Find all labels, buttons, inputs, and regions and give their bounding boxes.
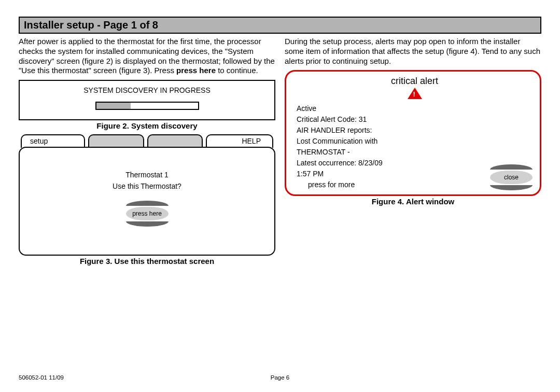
use-this-thermostat-screen: Thermostat 1 Use this Thermostat? press … xyxy=(19,147,275,256)
figure-4-caption: Figure 4. Alert window xyxy=(285,197,541,206)
press-here-button[interactable]: press here xyxy=(126,201,169,227)
critical-alert-window: critical alert Active Critical Alert Cod… xyxy=(285,70,541,196)
intro-paragraph-left: After power is applied to the thermostat… xyxy=(19,37,275,76)
close-button-label: close xyxy=(490,171,533,184)
page-title: Installer setup - Page 1 of 8 xyxy=(19,17,541,34)
figure-3-caption: Figure 3. Use this thermostat screen xyxy=(19,257,275,265)
footer-page-number: Page 6 xyxy=(19,374,541,381)
thermostat-name-label: Thermostat 1 xyxy=(20,171,274,179)
close-button[interactable]: close xyxy=(490,164,533,190)
progress-bar-fill xyxy=(96,103,131,109)
intro-paragraph-right: During the setup process, alerts may pop… xyxy=(285,37,541,66)
alert-icon xyxy=(408,88,422,99)
tab-setup[interactable]: setup xyxy=(21,134,85,148)
press-here-button-label: press here xyxy=(126,207,169,220)
tab-help[interactable]: HELP xyxy=(206,134,273,148)
press-for-more-label[interactable]: press for more xyxy=(297,179,383,190)
use-this-thermostat-label: Use this Thermostat? xyxy=(20,182,274,190)
progress-bar xyxy=(95,102,199,110)
system-discovery-title: SYSTEM DISCOVERY IN PROGRESS xyxy=(26,86,268,94)
critical-alert-title: critical alert xyxy=(297,76,533,99)
alert-details: Active Critical Alert Code: 31 AIR HANDL… xyxy=(297,103,383,190)
tab-blank-2[interactable] xyxy=(147,134,203,148)
figure-2-caption: Figure 2. System discovery xyxy=(19,121,275,130)
tab-blank-1[interactable] xyxy=(88,134,144,148)
system-discovery-screen: SYSTEM DISCOVERY IN PROGRESS xyxy=(19,80,275,120)
